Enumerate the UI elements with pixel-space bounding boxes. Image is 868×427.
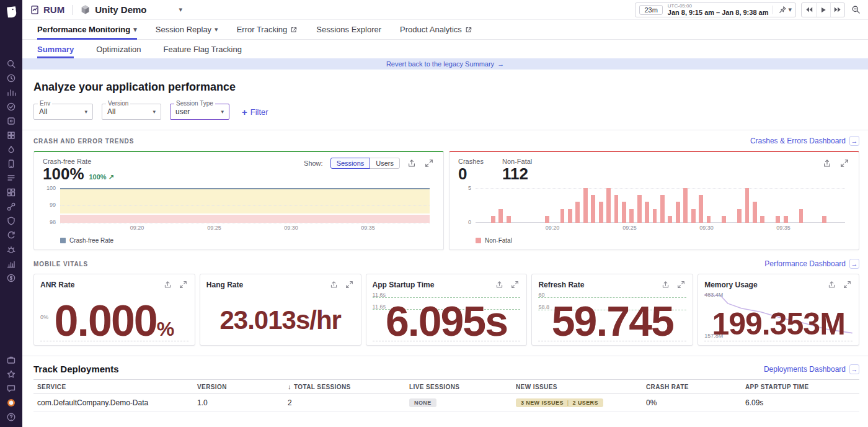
- bar: [614, 195, 619, 223]
- nav-error-tracking[interactable]: Error Tracking: [237, 20, 298, 39]
- nav-sessions-explorer[interactable]: Sessions Explorer: [316, 20, 381, 39]
- version-filter-select[interactable]: Version All ▾: [102, 104, 161, 120]
- crash-free-rate-value: 100%: [43, 166, 84, 182]
- external-link-icon: [290, 26, 298, 34]
- chevron-down-icon[interactable]: ▾: [788, 6, 792, 14]
- anr-rate-widget: ANR Rate 0% 0.000%: [33, 274, 195, 346]
- export-icon[interactable]: [406, 158, 417, 169]
- time-range-label: Jan 8, 9:15 am – Jan 8, 9:38 am: [668, 9, 769, 16]
- bar: [668, 216, 672, 223]
- fullscreen-icon[interactable]: [842, 279, 852, 290]
- export-icon[interactable]: [329, 279, 339, 290]
- legend-swatch: [60, 238, 66, 243]
- support-chat-icon[interactable]: [6, 384, 16, 393]
- fullscreen-icon[interactable]: [839, 158, 850, 169]
- export-icon[interactable]: [826, 279, 837, 290]
- bar: [568, 209, 572, 223]
- tab-feature-flag-tracking[interactable]: Feature Flag Tracking: [164, 40, 242, 58]
- tab-summary[interactable]: Summary: [37, 40, 74, 58]
- col-total-sessions[interactable]: ↓ TOTAL SESSIONS: [284, 379, 405, 394]
- col-new-issues[interactable]: NEW ISSUES: [512, 379, 642, 394]
- network-icon[interactable]: [6, 202, 16, 212]
- logs-icon[interactable]: [6, 173, 16, 183]
- cost-icon[interactable]: [6, 273, 16, 283]
- profiling-icon[interactable]: [6, 259, 16, 269]
- fullscreen-icon[interactable]: [510, 279, 520, 290]
- page-title: Analyze your application performance: [33, 81, 859, 94]
- bar: [753, 202, 757, 223]
- performance-dashboard-link[interactable]: Performance Dashboard →: [764, 259, 859, 269]
- bar: [645, 202, 649, 223]
- non-fatal-chart: 5 0: [476, 188, 845, 223]
- env-filter-select[interactable]: Env All ▾: [33, 104, 93, 120]
- error-tracking-icon[interactable]: [6, 245, 16, 254]
- hosts-icon[interactable]: [6, 116, 16, 126]
- export-icon[interactable]: [494, 279, 505, 290]
- tab-optimization[interactable]: Optimization: [96, 40, 141, 58]
- col-app-startup-time[interactable]: APP STARTUP TIME: [742, 379, 859, 394]
- show-sessions-button[interactable]: Sessions: [330, 158, 371, 169]
- zoom-out-button[interactable]: [850, 4, 862, 16]
- session-type-filter-value: user: [175, 107, 190, 116]
- sort-down-icon: ↓: [288, 383, 291, 390]
- chevron-down-icon[interactable]: ▾: [179, 6, 183, 14]
- legend-label: Crash-free Rate: [69, 237, 113, 244]
- nav-performance-monitoring[interactable]: Performance Monitoring ▾: [37, 20, 137, 39]
- pin-time-button[interactable]: [777, 4, 788, 15]
- dashboards-icon[interactable]: [6, 187, 16, 197]
- widget-title: ANR Rate: [40, 281, 74, 289]
- datadog-logo[interactable]: [4, 4, 19, 19]
- col-version[interactable]: VERSION: [193, 379, 284, 394]
- col-service[interactable]: SERVICE: [33, 379, 193, 394]
- fullscreen-icon[interactable]: [344, 279, 355, 290]
- ci-cd-icon[interactable]: [6, 230, 16, 240]
- play-button[interactable]: [816, 3, 830, 17]
- org-icon[interactable]: [6, 398, 16, 408]
- gridline: [60, 205, 430, 206]
- search-icon[interactable]: [6, 59, 16, 69]
- export-icon[interactable]: [660, 279, 671, 290]
- widget-title: App Startup Time: [373, 281, 435, 289]
- nav-session-replay[interactable]: Session Replay ▾: [156, 20, 218, 39]
- fullscreen-icon[interactable]: [676, 279, 686, 290]
- app-switcher[interactable]: Unity Demo: [95, 4, 146, 15]
- fullscreen-icon[interactable]: [423, 158, 435, 169]
- add-filter-button[interactable]: + Filter: [242, 107, 268, 117]
- cell-service[interactable]: com.DefaultCompany.Demo-Data: [33, 394, 193, 412]
- security-icon[interactable]: [6, 216, 16, 226]
- skip-forward-button[interactable]: [830, 3, 844, 17]
- show-users-button[interactable]: Users: [370, 158, 400, 169]
- duration-chip[interactable]: 23m: [639, 5, 662, 15]
- rum-icon[interactable]: [6, 159, 16, 169]
- monitors-icon[interactable]: [6, 102, 16, 112]
- session-type-filter-select[interactable]: Session Type user ▾: [170, 104, 229, 120]
- fullscreen-icon[interactable]: [178, 279, 188, 290]
- revert-legacy-link[interactable]: Revert back to the legacy Summary →: [386, 60, 504, 68]
- col-live-sessions[interactable]: LIVE SESSIONS: [405, 379, 512, 394]
- metrics-icon[interactable]: [6, 88, 16, 97]
- time-range-picker[interactable]: 23m UTC-05:00 Jan 8, 9:15 am – Jan 8, 9:…: [635, 2, 796, 17]
- export-icon[interactable]: [162, 279, 173, 290]
- unity-app-icon: [80, 4, 91, 15]
- workflows-icon[interactable]: [6, 355, 16, 365]
- nav-label: Session Replay: [156, 25, 211, 34]
- x-axis: 09:2009:2509:3009:35: [476, 225, 845, 232]
- integrations-icon[interactable]: [6, 130, 16, 140]
- help-icon[interactable]: [6, 412, 16, 422]
- chevron-down-icon: ▾: [215, 25, 218, 34]
- favorites-icon[interactable]: [6, 369, 16, 379]
- new-issues-badge[interactable]: 3 NEW ISSUES | 2 USERS: [516, 398, 603, 407]
- col-crash-rate[interactable]: CRASH RATE: [642, 379, 742, 394]
- skip-back-button[interactable]: [802, 3, 816, 17]
- history-icon[interactable]: [6, 73, 16, 83]
- app-startup-time-widget: App Startup Time 11.6s 11.6s 6.095s: [366, 274, 528, 346]
- deployments-dashboard-link[interactable]: Deployments Dashboard →: [764, 364, 859, 374]
- nav-product-analytics[interactable]: Product Analytics: [400, 20, 472, 39]
- crashes-errors-dashboard-link[interactable]: Crashes & Errors Dashboard →: [750, 136, 859, 146]
- threshold-band: [60, 188, 430, 214]
- bar: [760, 216, 764, 223]
- bar: [622, 202, 626, 223]
- divider: [773, 6, 773, 14]
- export-icon[interactable]: [822, 158, 833, 169]
- apm-icon[interactable]: [6, 145, 16, 155]
